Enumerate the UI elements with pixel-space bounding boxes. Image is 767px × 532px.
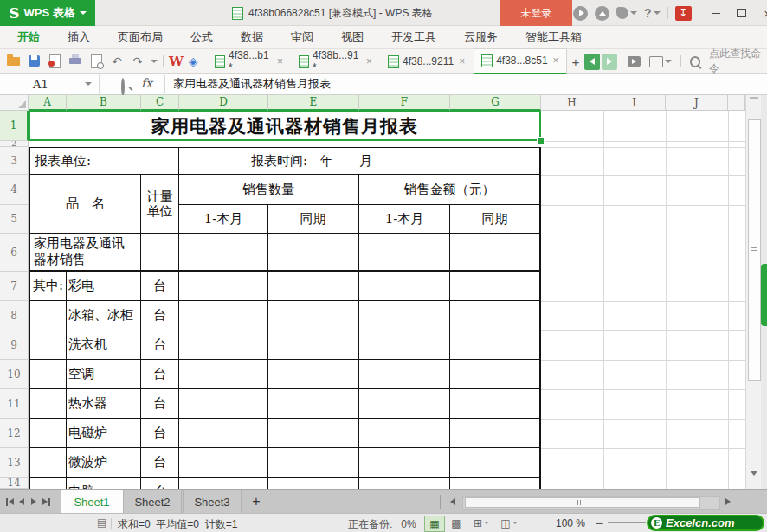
cell[interactable] bbox=[450, 419, 541, 448]
zoom-slider[interactable] bbox=[608, 522, 646, 523]
stats-icon[interactable]: ▤ bbox=[97, 516, 106, 529]
doc-tab-1[interactable]: 4f38...b1 * × bbox=[208, 50, 290, 74]
row-header-13[interactable]: 13 bbox=[0, 448, 29, 478]
zoom-icon[interactable] bbox=[121, 78, 125, 96]
cell-item-prefix[interactable] bbox=[29, 389, 67, 419]
cell[interactable] bbox=[450, 448, 541, 478]
cell[interactable] bbox=[268, 330, 359, 360]
cell-item-unit[interactable]: 台 bbox=[141, 478, 179, 489]
row-header-12[interactable]: 12 bbox=[0, 419, 29, 448]
cell[interactable] bbox=[179, 478, 268, 489]
row-header-14[interactable]: 14 bbox=[0, 478, 29, 489]
cell-total-label[interactable]: 家用电器及通讯器材销售 bbox=[29, 234, 141, 272]
cell-item-name[interactable]: 彩电 bbox=[67, 272, 141, 301]
cell[interactable] bbox=[179, 419, 268, 448]
cell-report-unit[interactable]: 报表单位: bbox=[29, 147, 179, 175]
next-tab-button[interactable] bbox=[602, 54, 617, 70]
cell[interactable] bbox=[359, 301, 450, 330]
cell-item-name[interactable]: 热水器 bbox=[67, 389, 141, 419]
row-header-7[interactable]: 7 bbox=[0, 272, 29, 301]
last-sheet-button[interactable] bbox=[40, 490, 52, 514]
row-header-9[interactable]: 9 bbox=[0, 330, 29, 360]
header-qty-same-period[interactable]: 同期 bbox=[268, 205, 359, 234]
add-sheet-button[interactable]: + bbox=[246, 490, 267, 514]
command-search[interactable]: 点此查找命令 bbox=[709, 47, 767, 76]
cell-item-prefix[interactable] bbox=[29, 448, 67, 478]
insert-function-button[interactable]: fx bbox=[141, 76, 152, 90]
tab-page-layout[interactable]: 页面布局 bbox=[118, 29, 163, 45]
cell[interactable] bbox=[141, 234, 179, 272]
cell[interactable] bbox=[359, 419, 450, 448]
cell-item-unit[interactable]: 台 bbox=[141, 272, 179, 301]
row-header-10[interactable]: 10 bbox=[0, 360, 29, 389]
col-header-F[interactable]: F bbox=[359, 95, 450, 111]
cell[interactable] bbox=[179, 389, 268, 419]
cell[interactable] bbox=[450, 330, 541, 360]
header-product-name[interactable]: 品 名 bbox=[29, 175, 141, 234]
cell[interactable] bbox=[450, 234, 541, 272]
member-center-icon[interactable] bbox=[573, 6, 588, 21]
cell[interactable] bbox=[359, 478, 450, 489]
tab-formulas[interactable]: 公式 bbox=[190, 29, 213, 45]
hscroll-right-button[interactable] bbox=[722, 490, 734, 514]
cell[interactable] bbox=[268, 301, 359, 330]
app-menu-button[interactable]: S WPS 表格 bbox=[0, 0, 95, 26]
normal-view-button[interactable]: ▦ bbox=[424, 516, 445, 532]
cell[interactable] bbox=[268, 419, 359, 448]
cell-A1-title[interactable]: 家用电器及通讯器材销售月报表 bbox=[29, 111, 541, 141]
print-preview-button[interactable] bbox=[88, 54, 104, 69]
cell[interactable] bbox=[179, 234, 268, 272]
close-tab-icon[interactable]: × bbox=[366, 55, 372, 67]
cell-item-unit[interactable]: 台 bbox=[141, 448, 179, 478]
header-amt-same-period[interactable]: 同期 bbox=[450, 205, 541, 234]
col-header-H[interactable]: H bbox=[541, 95, 603, 111]
cell[interactable] bbox=[359, 389, 450, 419]
horizontal-scrollbar[interactable] bbox=[462, 496, 720, 510]
cell-item-name[interactable]: 空调 bbox=[67, 360, 141, 389]
split-handle[interactable] bbox=[750, 97, 758, 99]
header-amt-month[interactable]: 1-本月 bbox=[359, 205, 450, 234]
cell[interactable] bbox=[179, 360, 268, 389]
cell-item-prefix[interactable] bbox=[29, 301, 67, 330]
cell[interactable] bbox=[179, 330, 268, 360]
doc-tab-4-active[interactable]: 4f38...8c51 × bbox=[474, 48, 566, 75]
header-unit[interactable]: 计量单位 bbox=[141, 175, 179, 234]
wps-writer-icon[interactable]: W bbox=[169, 54, 184, 69]
cell[interactable] bbox=[268, 234, 359, 272]
export-pdf-button[interactable] bbox=[47, 54, 62, 69]
close-tab-icon[interactable]: × bbox=[459, 55, 465, 67]
col-header-K-partial[interactable] bbox=[728, 95, 745, 111]
zoom-out-button[interactable]: − bbox=[596, 516, 603, 530]
cube-icon[interactable]: ◈ bbox=[189, 54, 198, 68]
cell-item-name[interactable]: 微波炉 bbox=[67, 448, 141, 478]
vertical-scroll-thumb[interactable] bbox=[748, 119, 761, 381]
cell[interactable] bbox=[179, 448, 268, 478]
cell[interactable] bbox=[450, 478, 541, 489]
col-header-D[interactable]: D bbox=[179, 95, 268, 111]
minimize-button[interactable] bbox=[706, 0, 725, 26]
row-header-11[interactable]: 11 bbox=[0, 389, 29, 419]
cell-item-unit[interactable]: 台 bbox=[141, 360, 179, 389]
cell-item-name[interactable]: 电脑 bbox=[67, 478, 141, 489]
name-box[interactable]: A1 bbox=[0, 74, 100, 94]
skin-button[interactable] bbox=[616, 7, 637, 19]
cell-item-prefix[interactable] bbox=[29, 330, 67, 360]
header-sales-qty[interactable]: 销售数量 bbox=[179, 175, 359, 205]
tab-review[interactable]: 审阅 bbox=[291, 29, 313, 45]
cell[interactable] bbox=[359, 448, 450, 478]
first-sheet-button[interactable] bbox=[3, 490, 16, 514]
next-sheet-button[interactable] bbox=[28, 490, 40, 514]
side-panel-tab[interactable] bbox=[761, 264, 767, 326]
cell-report-time[interactable]: 报表时间: 年 月 bbox=[179, 147, 541, 175]
row-header-8[interactable]: 8 bbox=[0, 301, 29, 330]
tab-home[interactable]: 开始 bbox=[17, 29, 40, 45]
cell-item-prefix[interactable]: 其中: bbox=[29, 272, 67, 301]
cell[interactable] bbox=[450, 389, 541, 419]
cell[interactable] bbox=[359, 234, 450, 272]
cell[interactable] bbox=[179, 301, 268, 330]
undo-button[interactable]: ↶ bbox=[109, 54, 125, 69]
cell-item-name[interactable]: 洗衣机 bbox=[67, 330, 141, 360]
cell[interactable] bbox=[268, 448, 359, 478]
tab-smart-toolbox[interactable]: 智能工具箱 bbox=[525, 29, 582, 45]
prev-tab-button[interactable] bbox=[584, 54, 600, 70]
